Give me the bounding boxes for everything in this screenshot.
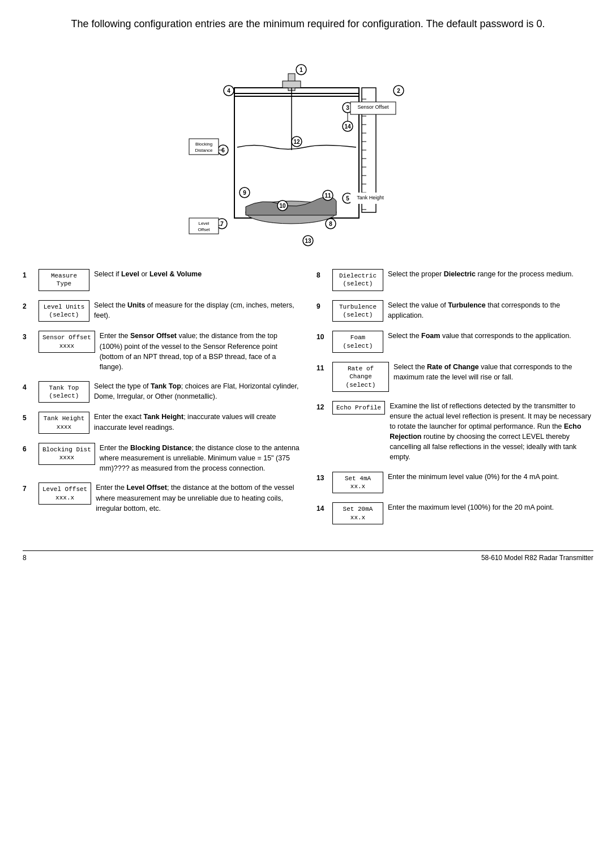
config-desc: Select the proper Dielectric range for t… — [388, 269, 593, 279]
row-number: 1 — [23, 271, 34, 279]
svg-text:12: 12 — [293, 139, 300, 145]
config-row: 8Dielectric (select)Select the proper Di… — [316, 269, 593, 291]
config-desc: Select the type of Tank Top; choices are… — [94, 381, 300, 402]
config-row: 7Level Offset xxx.xEnter the Level Offse… — [23, 482, 300, 513]
right-column: 8Dielectric (select)Select the proper Di… — [316, 269, 593, 533]
svg-text:13: 13 — [305, 238, 311, 244]
row-number: 7 — [23, 485, 34, 493]
row-number: 12 — [316, 403, 328, 411]
row-number: 6 — [23, 445, 34, 453]
config-row: 12Echo ProfileExamine the list of reflec… — [316, 401, 593, 463]
diagram-area: 1 2 3 Sensor Offset 14 4 5 Tank Height 6… — [23, 48, 593, 246]
svg-text:Level: Level — [198, 221, 209, 226]
svg-text:9: 9 — [243, 190, 246, 196]
config-desc: Enter the Blocking Distance; the distanc… — [100, 443, 300, 473]
svg-text:4: 4 — [227, 88, 230, 94]
config-row: 5Tank Height xxxxEnter the exact Tank He… — [23, 412, 300, 434]
config-desc: Enter the exact Tank Height; inaccurate … — [94, 412, 300, 432]
svg-text:Blocking: Blocking — [195, 142, 212, 147]
svg-text:14: 14 — [344, 123, 351, 130]
svg-text:5: 5 — [346, 195, 349, 202]
config-desc: Select the Foam value that corresponds t… — [388, 331, 593, 341]
config-box: Echo Profile — [332, 401, 385, 415]
config-desc: Select the value of Turbulence that corr… — [388, 300, 593, 321]
config-row: 1Measure TypeSelect if Level or Level & … — [23, 269, 300, 291]
config-desc: Enter the Sensor Offset value; the dista… — [100, 331, 300, 372]
row-number: 11 — [316, 364, 328, 372]
config-box: Rate of Change (select) — [332, 362, 389, 392]
config-box: Level Offset xxx.x — [38, 482, 91, 505]
config-row: 2Level Units (select)Select the Units of… — [23, 300, 300, 322]
row-number: 4 — [23, 383, 34, 391]
row-number: 5 — [23, 414, 34, 422]
left-column: 1Measure TypeSelect if Level or Level & … — [23, 269, 300, 533]
config-row: 10Foam (select)Select the Foam value tha… — [316, 331, 593, 353]
svg-text:Tank Height: Tank Height — [357, 195, 384, 200]
config-row: 9Turbulence (select)Select the value of … — [316, 300, 593, 322]
config-box: Turbulence (select) — [332, 300, 383, 322]
config-box: Tank Height xxxx — [38, 412, 89, 434]
header-text: The following configuration entries are … — [23, 17, 593, 31]
svg-rect-3 — [283, 81, 301, 88]
config-row: 4Tank Top (select)Select the type of Tan… — [23, 381, 300, 403]
config-row: 6Blocking Dist xxxxEnter the Blocking Di… — [23, 443, 300, 473]
config-row: 14Set 20mA xx.xEnter the maximum level (… — [316, 502, 593, 524]
svg-text:7: 7 — [220, 221, 224, 227]
config-row: 13Set 4mA xx.xEnter the minimum level va… — [316, 472, 593, 494]
row-number: 14 — [316, 505, 328, 512]
config-box: Sensor Offset xxxx — [38, 331, 95, 353]
row-number: 10 — [316, 333, 328, 341]
svg-text:Sensor Offset: Sensor Offset — [358, 104, 389, 110]
config-desc: Select the Rate of Change value that cor… — [393, 362, 593, 382]
svg-text:Offset: Offset — [198, 227, 210, 232]
config-row: 3Sensor Offset xxxxEnter the Sensor Offs… — [23, 331, 300, 372]
row-number: 3 — [23, 333, 34, 341]
config-box: Dielectric (select) — [332, 269, 383, 291]
svg-text:1: 1 — [300, 67, 303, 73]
svg-text:11: 11 — [324, 193, 331, 199]
config-section: 1Measure TypeSelect if Level or Level & … — [23, 269, 593, 533]
svg-text:3: 3 — [346, 105, 349, 111]
footer: 8 58-610 Model R82 Radar Transmitter — [23, 550, 593, 562]
svg-text:10: 10 — [279, 203, 286, 209]
document-title: 58-610 Model R82 Radar Transmitter — [481, 554, 593, 562]
config-desc: Enter the maximum level (100%) for the 2… — [388, 502, 593, 512]
config-desc: Examine the list of reflections detected… — [390, 401, 593, 463]
config-box: Measure Type — [38, 269, 89, 291]
config-desc: Enter the minimum level value (0%) for t… — [388, 472, 593, 482]
config-desc: Enter the Level Offset; the distance at … — [96, 482, 300, 513]
config-desc: Select the Units of measure for the disp… — [94, 300, 300, 321]
svg-text:8: 8 — [329, 221, 332, 227]
config-desc: Select if Level or Level & Volume — [94, 269, 300, 279]
row-number: 2 — [23, 302, 34, 310]
diagram-svg: 1 2 3 Sensor Offset 14 4 5 Tank Height 6… — [161, 48, 455, 246]
svg-text:2: 2 — [397, 88, 400, 94]
row-number: 9 — [316, 302, 328, 310]
config-box: Foam (select) — [332, 331, 383, 353]
svg-rect-1 — [234, 88, 359, 96]
config-row: 11Rate of Change (select)Select the Rate… — [316, 362, 593, 392]
config-box: Tank Top (select) — [38, 381, 89, 403]
row-number: 8 — [316, 271, 328, 279]
config-box: Set 4mA xx.x — [332, 472, 383, 494]
row-number: 13 — [316, 474, 328, 482]
svg-text:Distance: Distance — [195, 148, 213, 153]
svg-rect-0 — [234, 93, 359, 218]
config-box: Set 20mA xx.x — [332, 502, 383, 524]
config-box: Blocking Dist xxxx — [38, 443, 95, 465]
config-box: Level Units (select) — [38, 300, 89, 322]
page-number: 8 — [23, 554, 27, 562]
